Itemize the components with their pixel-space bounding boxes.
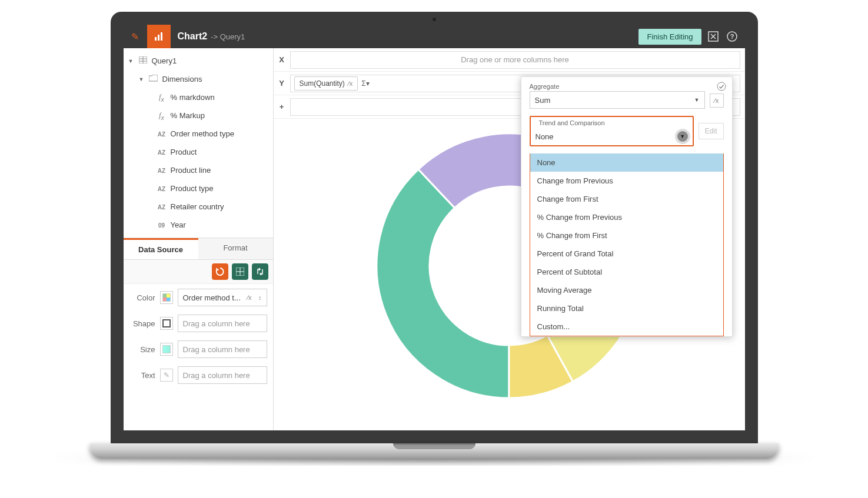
tree-field-item[interactable]: AZProduct type [124, 179, 273, 198]
tree-field-item[interactable]: fx% markdown [124, 88, 273, 106]
encoding-text-label: Text [129, 371, 155, 380]
donut-slice[interactable] [377, 169, 509, 398]
breadcrumb: Chart2 -> Query1 [178, 31, 245, 42]
header-right: Finish Editing ? [638, 29, 744, 45]
tree-dimensions-label: Dimensions [162, 75, 202, 83]
tree-field-item[interactable]: 09Year [124, 216, 273, 234]
dropdown-item[interactable]: Custom... [530, 317, 723, 336]
tree-field-item[interactable]: fx% Markup [124, 106, 273, 125]
number-type-icon: 09 [158, 222, 165, 229]
tree-field-item[interactable]: AZRetailer country [124, 198, 273, 216]
laptop-base [111, 443, 758, 466]
svg-text:?: ? [730, 33, 734, 40]
aggregate-popover: Aggregate Sum ▼ ⁄x Trend and Comparison [521, 76, 733, 337]
y-pill-sum-quantity[interactable]: Sum(Quantity) ⁄x [294, 76, 358, 91]
color-swatch-icon[interactable] [160, 291, 173, 304]
chart-mode-icon[interactable] [147, 25, 171, 48]
aggregate-select[interactable]: Sum ▼ [530, 91, 705, 109]
encoding-shape-row: Shape Drag a column here [129, 315, 267, 332]
finish-editing-button[interactable]: Finish Editing [638, 29, 701, 45]
app-body: ▼ Query1 ▼ Dimensions [124, 48, 745, 430]
dropdown-item[interactable]: % Change from First [530, 226, 723, 245]
aggregate-label: Aggregate [530, 83, 724, 90]
encoding-shape-field[interactable]: Drag a column here [178, 315, 267, 332]
dropdown-item[interactable]: Percent of Grand Total [530, 245, 723, 263]
x-shelf: X Drag one or more columns here [274, 48, 745, 72]
help-icon[interactable]: ? [725, 29, 739, 44]
edit-button[interactable]: Edit [699, 123, 724, 139]
caret-down-icon: ▼ [128, 58, 134, 64]
encoding-color-field[interactable]: Order method t... ⁄x ↕ [178, 289, 267, 306]
dropdown-item[interactable]: Change from First [530, 190, 723, 208]
dropdown-item[interactable]: % Change from Previous [530, 208, 723, 226]
dropdown-item[interactable]: None [530, 153, 723, 172]
tree-field-label: Product type [171, 184, 214, 193]
tree-field-label: % markdown [171, 93, 215, 102]
x-shelf-label: X [274, 55, 290, 64]
app-header: ✎ Chart2 -> Query1 Finish Editing ? [124, 25, 745, 48]
tree-field-label: Product line [171, 166, 211, 175]
close-square-icon[interactable] [706, 29, 720, 44]
tree-field-item[interactable]: AZProduct [124, 143, 273, 161]
dropdown-item[interactable]: Change from Previous [530, 172, 723, 190]
size-swatch-icon[interactable] [160, 343, 173, 356]
text-type-icon: AZ [158, 131, 165, 138]
svg-rect-1 [158, 35, 159, 41]
encoding-size-field[interactable]: Drag a column here [178, 340, 267, 358]
fx-icon: ⁄x [247, 294, 251, 301]
tree-query-label: Query1 [152, 56, 177, 65]
trend-label: Trend and Comparison [537, 119, 607, 126]
encoding-color-label: Color [129, 293, 155, 302]
tree-field-item[interactable]: AZProduct line [124, 161, 273, 179]
caret-down-icon: ▼ [694, 97, 700, 103]
trend-section: Trend and Comparison None ▼ Edit [521, 116, 732, 146]
data-tree: ▼ Query1 ▼ Dimensions [124, 48, 273, 238]
tab-data-source[interactable]: Data Source [124, 238, 198, 259]
fx-icon: ⁄x [348, 80, 352, 87]
tree-field-label: Retailer country [171, 202, 224, 211]
swap-button[interactable] [252, 263, 268, 280]
dropdown-item[interactable]: Percent of Subtotal [530, 263, 723, 281]
encoding-color-value: Order method t... [183, 293, 241, 302]
caret-down-icon: ▼ [139, 76, 145, 82]
tree-field-label: Year [171, 220, 186, 229]
add-shelf-label[interactable]: + [274, 102, 290, 111]
design-tool-icon[interactable]: ✎ [124, 25, 147, 48]
encoding-text-field[interactable]: Drag a column here [178, 366, 267, 384]
tab-format[interactable]: Format [198, 238, 273, 259]
text-type-icon: AZ [158, 168, 165, 174]
trend-value: None [536, 132, 554, 141]
x-shelf-drop[interactable]: Drag one or more columns here [290, 51, 740, 69]
table-icon [138, 56, 148, 65]
shape-swatch-icon[interactable] [160, 317, 173, 330]
encoding-size-label: Size [129, 345, 155, 354]
tree-dimensions-node[interactable]: ▼ Dimensions [124, 70, 273, 88]
fx-button[interactable]: ⁄x [710, 93, 724, 108]
fx-icon: fx [159, 92, 164, 101]
text-type-icon: AZ [158, 149, 165, 156]
tree-query-node[interactable]: ▼ Query1 [124, 52, 273, 70]
refresh-button[interactable] [212, 263, 228, 280]
breadcrumb-sub[interactable]: -> Query1 [211, 32, 245, 41]
caret-down-icon: ▼ [677, 131, 688, 142]
trend-select[interactable]: Trend and Comparison None ▼ [530, 116, 694, 146]
dropdown-item[interactable]: Running Total [530, 299, 723, 317]
encoding-size-row: Size Drag a column here [129, 340, 267, 358]
encoding-shape-label: Shape [129, 319, 155, 328]
breadcrumb-main[interactable]: Chart2 [178, 31, 208, 42]
sigma-icon[interactable]: Σ▾ [361, 79, 369, 88]
fx-icon: fx [159, 111, 164, 119]
laptop-camera [433, 18, 436, 21]
grid-button[interactable] [232, 263, 248, 280]
left-panel: ▼ Query1 ▼ Dimensions [124, 48, 274, 430]
text-type-icon: AZ [158, 186, 165, 192]
laptop-screen: ✎ Chart2 -> Query1 Finish Editing ? [111, 12, 758, 443]
sort-icon: ↕ [258, 294, 262, 301]
tree-field-item[interactable]: AZOrder method type [124, 125, 273, 143]
dropdown-item[interactable]: Moving Average [530, 281, 723, 299]
text-type-icon: AZ [158, 204, 165, 210]
y-pill-label: Sum(Quantity) [300, 79, 345, 88]
folder-icon [148, 75, 159, 83]
text-swatch-icon[interactable]: ✎ [160, 369, 173, 382]
laptop-frame: ✎ Chart2 -> Query1 Finish Editing ? [111, 12, 758, 466]
